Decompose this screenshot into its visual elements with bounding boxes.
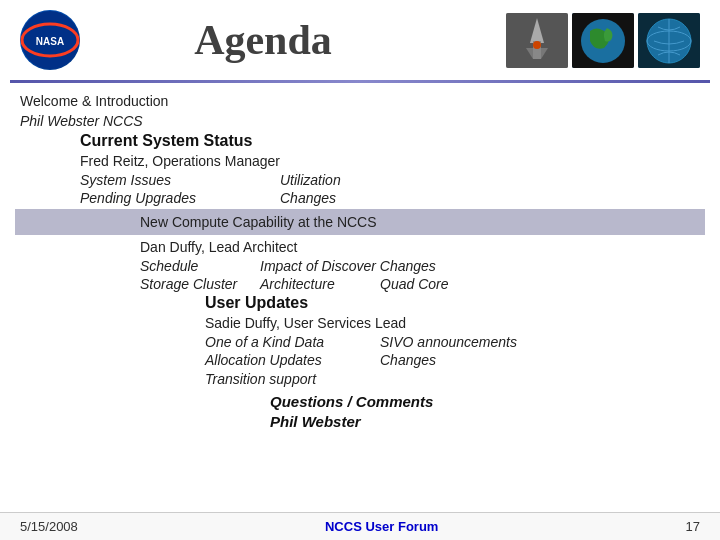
header: NASA Agenda — [0, 0, 720, 80]
welcome-label: Welcome & Introduction — [20, 93, 168, 109]
list-item: Pending Upgrades Changes — [20, 190, 700, 206]
changes-label-2: Changes — [380, 352, 560, 368]
phil-webster-footer-label: Phil Webster — [270, 413, 361, 430]
quad-core-label: Quad Core — [380, 276, 500, 292]
system-issues-label: System Issues — [80, 172, 280, 188]
sivo-label: SIVO announcements — [380, 334, 560, 350]
questions-label: Questions / Comments — [270, 393, 433, 410]
page-title: Agenda — [20, 16, 506, 64]
dan-duffy-label: Dan Duffy, Lead Architect — [140, 239, 297, 255]
nasa-logo: NASA — [20, 10, 80, 70]
current-system-label: Current System Status — [80, 132, 253, 149]
footer-date: 5/15/2008 — [20, 519, 78, 534]
utilization-label: Utilization — [280, 172, 480, 188]
globe-image — [638, 13, 700, 68]
earth-image — [572, 13, 634, 68]
svg-point-8 — [533, 41, 541, 49]
list-item: System Issues Utilization — [20, 172, 700, 188]
list-item: Questions / Comments — [20, 393, 700, 411]
sadie-duffy-label: Sadie Duffy, User Services Lead — [205, 315, 406, 331]
slide: NASA Agenda — [0, 0, 720, 540]
footer-page-number: 17 — [686, 519, 700, 534]
new-compute-label: New Compute Capability at the NCCS — [140, 214, 377, 230]
fred-reitz-label: Fred Reitz, Operations Manager — [80, 153, 280, 169]
one-of-kind-label: One of a Kind Data — [205, 334, 380, 350]
list-item: User Updates — [20, 294, 700, 312]
svg-text:NASA: NASA — [36, 36, 64, 47]
list-item: Sadie Duffy, User Services Lead — [20, 314, 700, 332]
pending-upgrades-label: Pending Upgrades — [80, 190, 280, 206]
list-item: Transition support — [20, 370, 700, 388]
list-item: Storage Cluster Architecture Quad Core — [20, 276, 700, 292]
rocket-image — [506, 13, 568, 68]
list-item: One of a Kind Data SIVO announcements — [20, 334, 700, 350]
header-images — [506, 13, 700, 68]
list-item: New Compute Capability at the NCCS — [20, 213, 700, 231]
list-item: Welcome & Introduction — [20, 92, 700, 110]
list-item: Current System Status — [20, 132, 700, 150]
schedule-label: Schedule — [140, 258, 260, 274]
list-item: Schedule Impact of Discover Changes — [20, 258, 700, 274]
list-item: Phil Webster NCCS — [20, 112, 700, 130]
phil-webster-label: Phil Webster NCCS — [20, 113, 143, 129]
user-updates-label: User Updates — [205, 294, 308, 311]
content-area: Welcome & Introduction Phil Webster NCCS… — [0, 83, 720, 512]
changes-label-1: Changes — [280, 190, 480, 206]
storage-cluster-label: Storage Cluster — [140, 276, 260, 292]
list-item: Dan Duffy, Lead Architect — [20, 238, 700, 256]
footer-forum-title: NCCS User Forum — [325, 519, 438, 534]
list-item: Phil Webster — [20, 413, 700, 431]
highlighted-section: New Compute Capability at the NCCS — [15, 209, 705, 235]
allocation-updates-label: Allocation Updates — [205, 352, 380, 368]
footer: 5/15/2008 NCCS User Forum 17 — [0, 512, 720, 540]
list-item: Allocation Updates Changes — [20, 352, 700, 368]
transition-support-label: Transition support — [205, 371, 316, 387]
impact-label: Impact of Discover Changes — [260, 258, 510, 274]
architecture-label: Architecture — [260, 276, 380, 292]
list-item: Fred Reitz, Operations Manager — [20, 152, 700, 170]
